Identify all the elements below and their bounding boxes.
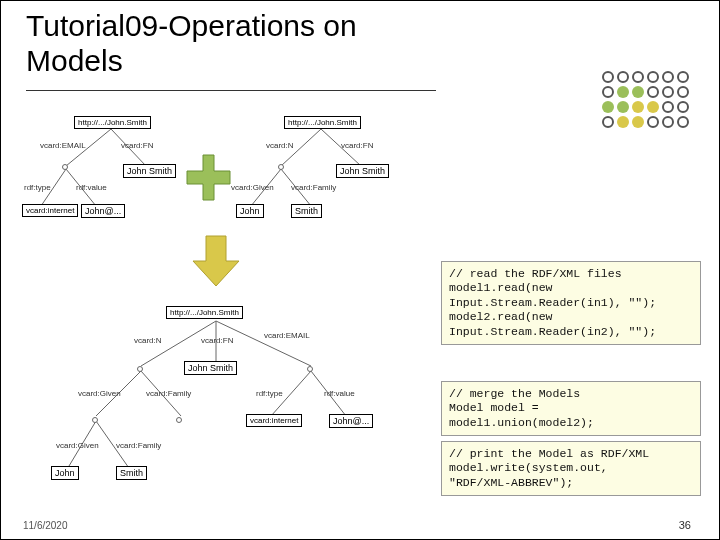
edge-vcard-fn-left: vcard:FN	[121, 141, 153, 150]
vcard-internet-m: vcard:internet	[246, 414, 302, 427]
resource-uri-merged: http://.../John.Smith	[166, 306, 243, 319]
bnode-email-merged	[307, 366, 313, 372]
edge-vcard-email: vcard:EMAIL	[40, 141, 86, 150]
edge-rdf-value: rdf:value	[76, 183, 107, 192]
code-snippet-write: // print the Model as RDF/XML model.writ…	[441, 441, 701, 496]
arrow-down-icon	[191, 231, 241, 291]
email-value-left: John@...	[81, 204, 125, 218]
vcard-internet-left: vcard:internet	[22, 204, 78, 217]
bnode-email	[62, 164, 68, 170]
bnode-given-m	[92, 417, 98, 423]
svg-marker-17	[187, 155, 230, 200]
edge-vcard-family-m: vcard:Family	[146, 389, 191, 398]
edge-given-leaf: vcard:Given	[56, 441, 99, 450]
edge-vcard-n: vcard:N	[266, 141, 294, 150]
fn-value-merged: John Smith	[184, 361, 237, 375]
edge-vcard-fn-m: vcard:FN	[201, 336, 233, 345]
given-value-right: John	[236, 204, 264, 218]
edge-vcard-n-m: vcard:N	[134, 336, 162, 345]
edge-vcard-family: vcard:Family	[291, 183, 336, 192]
title-underline	[26, 90, 436, 91]
edge-vcard-given-m: vcard:Given	[78, 389, 121, 398]
code-snippet-read: // read the RDF/XML files model1.read(ne…	[441, 261, 701, 345]
family-value-right: Smith	[291, 204, 322, 218]
edge-vcard-email-m: vcard:EMAIL	[264, 331, 310, 340]
fn-value-left: John Smith	[123, 164, 176, 178]
decorative-dots	[602, 71, 689, 128]
edge-family-leaf: vcard:Family	[116, 441, 161, 450]
page-title: Tutorial09-Operations on Models	[26, 9, 386, 78]
resource-uri-right: http://.../John.Smith	[284, 116, 361, 129]
edge-rdf-type-m: rdf:type	[256, 389, 283, 398]
edge-rdf-value-m: rdf:value	[324, 389, 355, 398]
email-value-m: John@...	[329, 414, 373, 428]
footer-date: 11/6/2020	[23, 520, 68, 531]
svg-marker-18	[193, 236, 239, 286]
page-number: 36	[679, 519, 691, 531]
bnode-family-m	[176, 417, 182, 423]
edge-vcard-fn-right: vcard:FN	[341, 141, 373, 150]
plus-icon	[181, 151, 236, 206]
given-value-m: John	[51, 466, 79, 480]
family-value-m: Smith	[116, 466, 147, 480]
edge-vcard-given: vcard:Given	[231, 183, 274, 192]
bnode-name	[278, 164, 284, 170]
code-snippet-union: // merge the Models Model model = model1…	[441, 381, 701, 436]
fn-value-right: John Smith	[336, 164, 389, 178]
resource-uri-left: http://.../John.Smith	[74, 116, 151, 129]
rdf-graphs-diagram: http://.../John.Smith vcard:EMAIL vcard:…	[26, 111, 436, 511]
edge-rdf-type: rdf:type	[24, 183, 51, 192]
bnode-n-merged	[137, 366, 143, 372]
